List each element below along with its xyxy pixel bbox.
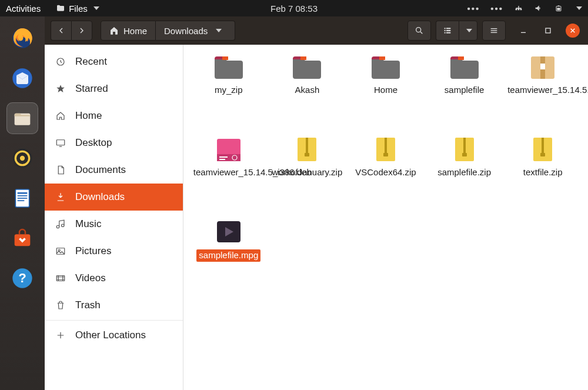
sidebar-item-label: Home: [75, 110, 102, 122]
svg-rect-45: [219, 156, 228, 158]
file-item[interactable]: teamviewer_15.14.5_i386.deb: [189, 135, 268, 218]
dock-thunderbird[interactable]: [6, 62, 38, 94]
network-icon[interactable]: [514, 4, 523, 13]
sidebar-item-downloads[interactable]: Downloads: [45, 184, 183, 211]
svg-rect-52: [383, 153, 388, 156]
hamburger-menu[interactable]: [482, 21, 506, 41]
dock: ?: [0, 16, 45, 390]
file-item[interactable]: samplefile: [425, 53, 504, 135]
sidebar-item-recent[interactable]: Recent: [45, 48, 183, 75]
sidebar-item-label: Documents: [75, 164, 126, 176]
sidebar-item-documents[interactable]: Documents: [45, 156, 183, 184]
titlebar: Home Downloads: [45, 16, 588, 45]
svg-rect-46: [219, 159, 225, 160]
svg-rect-54: [463, 138, 466, 153]
crumb-home[interactable]: Home: [101, 21, 156, 41]
file-item[interactable]: VSCodex64.zip: [346, 135, 425, 218]
maximize-button[interactable]: [541, 24, 555, 38]
file-label: Home: [374, 85, 397, 96]
sidebar-item-label: Videos: [75, 272, 106, 284]
sidebar-item-desktop[interactable]: Desktop: [45, 129, 183, 156]
svg-rect-38: [458, 56, 464, 60]
crumb-label: Downloads: [164, 26, 208, 36]
file-item[interactable]: Akash: [268, 53, 347, 135]
volume-icon[interactable]: [534, 4, 543, 13]
trash-icon: [55, 300, 66, 311]
sidebar-item-label: Pictures: [75, 245, 111, 257]
svg-rect-57: [542, 138, 544, 153]
plus-icon: [55, 330, 66, 341]
sidebar-item-label: Trash: [75, 299, 101, 311]
file-item[interactable]: Home: [346, 53, 425, 135]
file-label: samplefile: [445, 85, 485, 96]
star-icon: [55, 84, 66, 94]
recent-icon: [55, 56, 66, 67]
home-icon: [109, 26, 119, 35]
svg-rect-19: [445, 30, 446, 31]
svg-rect-13: [18, 200, 25, 201]
indicator-icon[interactable]: •••: [467, 4, 480, 14]
svg-rect-37: [379, 56, 385, 60]
svg-rect-1: [558, 5, 560, 6]
sidebar-item-music[interactable]: Music: [45, 211, 183, 238]
svg-rect-27: [521, 32, 526, 33]
dropdown-icon: [93, 6, 99, 10]
sidebar-item-label: Recent: [75, 56, 107, 68]
system-menu-icon[interactable]: [576, 6, 582, 10]
file-item[interactable]: workofJanuary.zip: [268, 135, 347, 218]
sidebar-item-pictures[interactable]: Pictures: [45, 238, 183, 265]
sidebar-item-videos[interactable]: Videos: [45, 265, 183, 292]
file-item[interactable]: my_zip: [189, 53, 268, 135]
svg-rect-21: [446, 28, 450, 29]
battery-icon[interactable]: [554, 4, 563, 13]
sidebar-other-locations[interactable]: Other Locations: [45, 322, 183, 349]
indicator-icon[interactable]: •••: [490, 4, 503, 14]
file-label: teamviewer_15.14.5_i386.deb: [193, 167, 264, 178]
minimize-button[interactable]: [516, 24, 530, 38]
forward-button[interactable]: [71, 21, 92, 41]
file-label: samplefile.zip: [437, 167, 491, 178]
dock-help[interactable]: ?: [6, 262, 38, 294]
svg-rect-22: [446, 30, 450, 31]
videos-icon: [55, 273, 66, 284]
sidebar-item-label: Desktop: [75, 137, 112, 149]
sidebar-item-starred[interactable]: Starred: [45, 75, 183, 102]
top-panel: Activities Files Feb 7 08:53 ••• •••: [0, 0, 588, 16]
view-options-button[interactable]: [459, 21, 477, 41]
downloads-icon: [55, 192, 66, 202]
crumb-label: Home: [123, 26, 147, 36]
dock-firefox[interactable]: [6, 22, 38, 54]
dock-rhythmbox[interactable]: [6, 142, 38, 174]
svg-rect-23: [446, 32, 450, 34]
file-item[interactable]: textfile.zip: [503, 135, 582, 218]
dock-libreoffice[interactable]: [6, 182, 38, 214]
svg-rect-25: [491, 30, 497, 31]
dock-files[interactable]: [6, 102, 38, 134]
svg-rect-20: [445, 32, 446, 34]
file-label: Akash: [295, 85, 320, 96]
activities-button[interactable]: Activities: [6, 4, 41, 14]
breadcrumb: Home Downloads: [101, 21, 235, 41]
view-list-button[interactable]: [436, 21, 459, 41]
file-label: samplefile.mpg: [196, 249, 260, 262]
dock-software[interactable]: [6, 222, 38, 254]
file-item[interactable]: samplefile.mpg: [189, 218, 268, 300]
sidebar-item-trash[interactable]: Trash: [45, 292, 183, 319]
sidebar-item-label: Other Locations: [75, 329, 146, 341]
file-item[interactable]: samplefile.zip: [425, 135, 504, 218]
sidebar: RecentStarredHomeDesktopDocumentsDownloa…: [45, 45, 183, 390]
svg-rect-10: [18, 192, 28, 194]
sidebar-item-home[interactable]: Home: [45, 102, 183, 129]
svg-point-17: [416, 28, 421, 32]
documents-icon: [55, 165, 66, 175]
back-button[interactable]: [51, 21, 71, 41]
svg-rect-41: [540, 64, 545, 69]
search-button[interactable]: [407, 21, 431, 41]
file-item[interactable]: teamviewer_15.14.5.x86_64.rpm: [503, 53, 582, 135]
app-menu[interactable]: Files: [56, 4, 99, 14]
desktop-icon: [55, 138, 66, 148]
crumb-downloads[interactable]: Downloads: [156, 21, 235, 41]
file-label: textfile.zip: [523, 167, 563, 178]
close-button[interactable]: [566, 24, 580, 38]
file-label: my_zip: [215, 85, 243, 96]
